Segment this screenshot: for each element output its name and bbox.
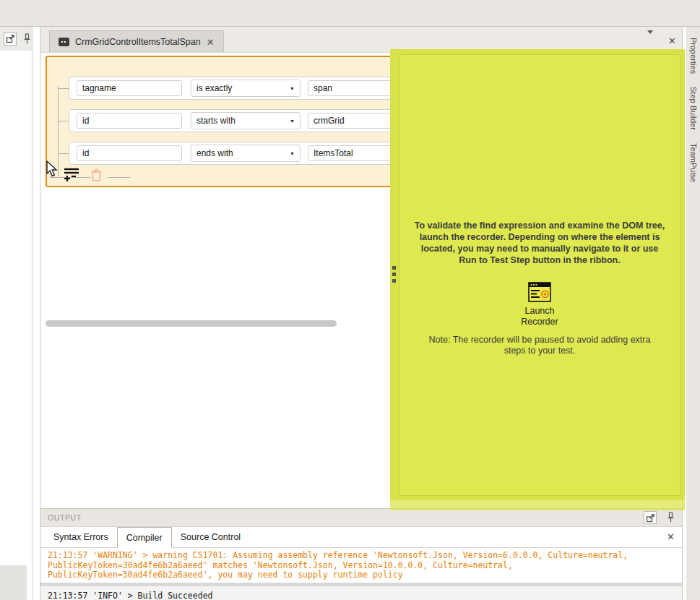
chevron-down-icon: ▼ xyxy=(290,151,295,156)
left-dock-panel xyxy=(0,27,33,600)
operator-dropdown[interactable]: ends with ▼ xyxy=(191,145,301,162)
output-console: 21:13:57 'WARNING' > warning CS1701: Ass… xyxy=(40,548,682,600)
output-title: OUTPUT xyxy=(48,513,82,522)
sidebar-tab-teampulse[interactable]: TeamPulse xyxy=(689,142,698,182)
status-corner-box xyxy=(0,565,27,600)
recorder-help-content: To validate the find expression and exam… xyxy=(399,54,680,496)
active-files-dropdown-icon[interactable] xyxy=(647,34,655,47)
tab-syntax-errors[interactable]: Syntax Errors xyxy=(45,527,117,547)
compiler-warning-message: 21:13:57 'WARNING' > warning CS1701: Ass… xyxy=(40,548,682,583)
recorder-help-overlay: To validate the find expression and exam… xyxy=(390,49,685,500)
chevron-down-icon: ▼ xyxy=(290,119,295,124)
launch-recorder-label: Launch Recorder xyxy=(517,306,563,327)
sidebar-tab-properties[interactable]: Properties xyxy=(689,36,698,74)
launch-recorder-button[interactable]: Launch Recorder xyxy=(513,282,566,327)
tab-compiler[interactable]: Compiler xyxy=(117,527,172,548)
left-dock-header xyxy=(0,27,32,51)
operator-dropdown[interactable]: starts with ▼ xyxy=(191,112,301,129)
app-window: CrmGridControlItemsTotalSpan ✕ ✕ is ex xyxy=(0,0,700,600)
close-output-icon[interactable]: ✕ xyxy=(667,532,675,541)
attribute-name-input[interactable] xyxy=(77,113,182,129)
operator-value: ends with xyxy=(196,148,233,158)
recorder-instructions: To validate the find expression and exam… xyxy=(411,220,668,266)
pin-icon[interactable] xyxy=(667,512,675,523)
operator-dropdown[interactable]: is exactly ▼ xyxy=(191,80,301,97)
doc-tab-crmgrid[interactable]: CrmGridControlItemsTotalSpan ✕ xyxy=(49,30,224,53)
right-dock-tabstrip: Properties Step Builder TeamPulse xyxy=(686,27,700,600)
mouse-cursor xyxy=(46,160,59,178)
output-panel: OUTPUT Syntax Errors Compiler Source Con… xyxy=(40,508,682,600)
recorder-window-icon xyxy=(513,282,566,302)
pin-icon[interactable] xyxy=(23,33,31,45)
doc-tab-title: CrmGridControlItemsTotalSpan xyxy=(75,37,201,47)
float-window-icon[interactable] xyxy=(4,33,17,46)
output-tabstrip: Syntax Errors Compiler Source Control ✕ xyxy=(40,527,682,548)
tab-close-icon[interactable]: ✕ xyxy=(207,38,215,47)
attribute-name-input[interactable] xyxy=(77,80,182,96)
chevron-down-icon: ▼ xyxy=(290,86,295,91)
overlay-shadow-band xyxy=(390,500,685,510)
build-succeeded-message: 21:13:57 'INFO' > Build Succeeded xyxy=(40,586,682,600)
attribute-name-input[interactable] xyxy=(77,145,182,161)
horizontal-scrollbar-thumb[interactable] xyxy=(46,320,337,327)
sidebar-tab-step-builder[interactable]: Step Builder xyxy=(689,85,698,130)
operator-value: starts with xyxy=(196,116,236,126)
close-document-icon[interactable]: ✕ xyxy=(668,36,676,46)
element-control-icon xyxy=(59,38,69,46)
float-window-icon[interactable] xyxy=(644,511,657,524)
add-condition-icon[interactable] xyxy=(63,167,80,182)
recorder-note: Note: The recorder will be paused to avo… xyxy=(418,335,662,356)
splitter-grip[interactable] xyxy=(392,266,396,283)
output-header: OUTPUT xyxy=(40,509,682,527)
operator-value: is exactly xyxy=(196,83,232,93)
ribbon-area xyxy=(0,0,700,27)
delete-condition-trash-icon[interactable] xyxy=(90,168,103,182)
tab-source-control[interactable]: Source Control xyxy=(172,527,249,547)
